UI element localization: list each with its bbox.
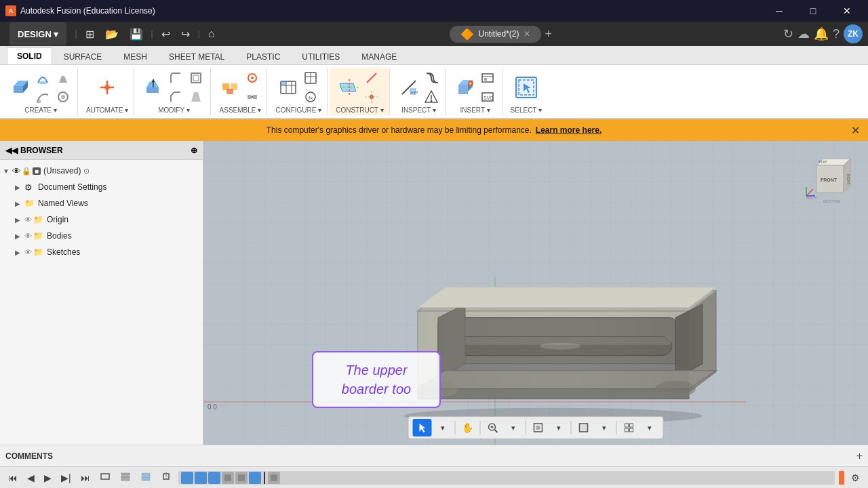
tree-item-document-settings[interactable]: ▶ ⚙ Document Settings [0,179,203,195]
create-revolve-icon[interactable] [34,69,52,87]
grid-dropdown-button[interactable]: ▾ [640,419,659,436]
timeline-marker-3[interactable] [208,472,220,484]
timeline-marker-2[interactable] [195,472,207,484]
display-settings-button[interactable] [529,419,548,436]
warning-link[interactable]: Learn more here. [536,125,601,135]
automate-label[interactable]: AUTOMATE ▾ [86,106,128,115]
select-label[interactable]: SELECT ▾ [511,106,542,115]
modify-label[interactable]: MODIFY ▾ [158,106,189,115]
close-button[interactable]: ✕ [831,0,863,22]
create-extrude-icon[interactable] [9,77,31,98]
modify-chamfer-icon[interactable] [167,88,184,106]
refresh-button[interactable]: ↻ [783,26,793,41]
tab-mesh[interactable]: MESH [113,48,157,64]
assemble-new-component-icon[interactable] [219,77,241,98]
select-mode-button[interactable] [413,419,432,436]
construct-axis-icon[interactable] [363,69,380,87]
cloud-button[interactable]: ☁ [797,26,810,41]
viewport[interactable]: The upper boarder too FRONT TOP RIGHT [203,141,868,445]
create-rib-icon[interactable] [54,88,72,106]
tree-item-document[interactable]: ▼ 👁 🔒 ■ (Unsaved) ⊙ [0,163,203,179]
eye-icon-bodies[interactable]: 👁 [24,232,32,240]
create-label[interactable]: CREATE ▾ [24,106,57,115]
construct-label[interactable]: CONSTRUCT ▾ [336,106,383,115]
add-comment-button[interactable]: + [856,450,863,462]
insert-icon[interactable]: + [454,77,476,98]
warning-close-button[interactable]: ✕ [851,124,860,137]
timeline-settings-button[interactable]: ⚙ [848,471,863,485]
display-dropdown-button[interactable]: ▾ [549,419,568,436]
insert-label[interactable]: INSERT ▾ [460,106,490,115]
timeline-marker-7[interactable] [268,472,280,484]
tree-item-origin[interactable]: ▶ 👁 📁 Origin [0,211,203,228]
open-button[interactable]: 📂 [101,26,123,42]
help-button[interactable]: ? [833,27,840,41]
timeline-go-end-button[interactable]: ⏭ [78,471,93,485]
create-sweep-icon[interactable] [34,88,52,106]
timeline-prev-button[interactable]: ◀ [24,471,37,485]
minimize-button[interactable]: ─ [764,0,795,22]
visual-settings-button[interactable] [574,419,593,436]
assemble-joint-icon[interactable] [243,69,261,87]
collapse-browser-button[interactable]: ◀◀ [5,146,18,155]
timeline-split-button[interactable] [138,470,154,485]
timeline-play-button[interactable]: ▶ [41,471,54,485]
user-avatar[interactable]: ZK [844,24,863,43]
timeline-marker-4[interactable] [222,472,234,484]
notification-button[interactable]: 🔔 [814,26,829,41]
tab-plastic[interactable]: PLASTIC [236,48,290,64]
modify-press-pull-icon[interactable] [142,77,164,98]
undo-button[interactable]: ↩ [157,26,174,42]
zoom-button[interactable] [484,419,502,436]
modify-draft-icon[interactable] [187,88,205,106]
inspect-measure-icon[interactable]: mm [398,77,420,98]
timeline-pin[interactable] [839,471,844,485]
visibility-icon[interactable]: 👁 [12,166,22,176]
timeline-next-button[interactable]: ▶| [58,471,74,485]
home-button[interactable]: ⌂ [204,26,219,41]
timeline-layers-button[interactable] [117,470,134,485]
insert-svg-icon[interactable]: SVG [479,88,496,106]
pan-tool-button[interactable]: ✋ [458,419,477,436]
select-icon[interactable] [515,77,537,98]
automate-icon[interactable] [96,77,118,98]
modify-fillet-icon[interactable] [167,69,184,87]
timeline-frame-button[interactable] [97,470,113,485]
maximize-button[interactable]: □ [797,0,829,22]
timeline-track[interactable] [178,471,835,485]
visual-dropdown-button[interactable]: ▾ [595,419,614,436]
redo-button[interactable]: ↪ [177,26,194,42]
tree-item-named-views[interactable]: ▶ 📁 Named Views [0,195,203,211]
inspect-label[interactable]: INSPECT ▾ [401,106,436,115]
configure-parameters-icon[interactable] [302,69,319,87]
inspect-draft-analysis-icon[interactable] [422,88,440,106]
tree-item-bodies[interactable]: ▶ 👁 📁 Bodies [0,228,203,244]
construct-point-icon[interactable] [363,88,380,106]
timeline-snap-button[interactable] [158,470,174,485]
tab-sheet-metal[interactable]: SHEET METAL [159,48,235,64]
browser-options-button[interactable]: ⊕ [191,146,197,155]
tab-utilities[interactable]: UTILITIES [292,48,350,64]
configure-custom-icon[interactable]: fx [302,88,319,106]
configure-label[interactable]: CONFIGURE ▾ [275,106,321,115]
save-button[interactable]: 💾 [125,26,147,42]
assemble-rigid-icon[interactable] [243,88,261,106]
inspect-zebra-icon[interactable] [422,69,440,87]
tab-surface[interactable]: SURFACE [54,48,113,64]
configure-table-icon[interactable] [277,77,299,98]
timeline-marker-5[interactable] [235,472,248,484]
modify-shell-icon[interactable] [187,69,205,87]
eye-icon-origin[interactable]: 👁 [24,216,32,224]
tab-solid[interactable]: SOLID [7,47,52,64]
timeline-marker-1[interactable] [181,472,193,484]
insert-canvas-icon[interactable] [479,69,496,87]
tab-manage[interactable]: MANAGE [351,48,407,64]
assemble-label[interactable]: ASSEMBLE ▾ [220,106,262,115]
eye-icon-sketches[interactable]: 👁 [24,248,32,256]
timeline-go-start-button[interactable]: ⏮ [5,471,20,485]
timeline-marker-6[interactable] [249,472,261,484]
select-dropdown-button[interactable]: ▾ [433,419,452,436]
design-mode-button[interactable]: DESIGN ▾ [9,22,66,45]
zoom-dropdown-button[interactable]: ▾ [504,419,523,436]
create-loft-icon[interactable] [54,69,72,87]
